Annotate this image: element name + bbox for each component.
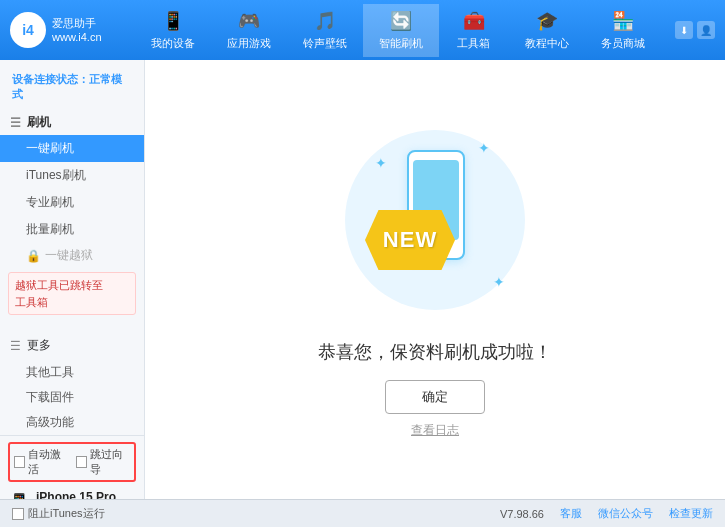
success-illustration: NEW ✦ ✦ ✦ bbox=[335, 120, 535, 320]
sidebar-item-advanced[interactable]: 高级功能 bbox=[0, 410, 144, 435]
sidebar-section-flash: ☰ 刷机 bbox=[0, 110, 144, 135]
sidebar-disabled-jailbreak: 🔒 一键越狱 bbox=[0, 243, 144, 268]
check-update-link[interactable]: 检查更新 bbox=[669, 506, 713, 521]
auto-activate-cb-box[interactable] bbox=[14, 456, 25, 468]
logo-area: i4 爱思助手 www.i4.cn bbox=[10, 12, 130, 48]
sparkle-icon-3: ✦ bbox=[493, 274, 505, 290]
device-name: iPhone 15 Pro Max bbox=[36, 490, 136, 499]
more-section-icon: ☰ bbox=[10, 339, 21, 353]
header-actions: ⬇ 👤 bbox=[675, 21, 715, 39]
footer-right: V7.98.66 客服 微信公众号 检查更新 bbox=[500, 506, 713, 521]
wechat-link[interactable]: 微信公众号 bbox=[598, 506, 653, 521]
version-label: V7.98.66 bbox=[500, 508, 544, 520]
nav-tab-toolbox[interactable]: 🧰 工具箱 bbox=[439, 4, 509, 57]
flash-section-icon: ☰ bbox=[10, 116, 21, 130]
connection-status: 设备连接状态：正常模式 bbox=[0, 68, 144, 110]
sidebar-item-other-tools[interactable]: 其他工具 bbox=[0, 360, 144, 385]
service-icon: 🏪 bbox=[612, 10, 634, 32]
itunes-checkbox[interactable]: 阻止iTunes运行 bbox=[12, 506, 105, 521]
sidebar-item-download-firmware[interactable]: 下载固件 bbox=[0, 385, 144, 410]
logo-icon: i4 bbox=[10, 12, 46, 48]
sidebar-item-pro-flash[interactable]: 专业刷机 bbox=[0, 189, 144, 216]
sparkle-icon-2: ✦ bbox=[478, 140, 490, 156]
content-area: NEW ✦ ✦ ✦ 恭喜您，保资料刷机成功啦！ 确定 查看日志 bbox=[145, 60, 725, 499]
view-log-link[interactable]: 查看日志 bbox=[411, 422, 459, 439]
sidebar-item-itunes-flash[interactable]: iTunes刷机 bbox=[0, 162, 144, 189]
sidebar-warning-jailbreak: 越狱工具已跳转至 工具箱 bbox=[8, 272, 136, 315]
nav-tab-my-device[interactable]: 📱 我的设备 bbox=[135, 4, 211, 57]
sparkle-icon-1: ✦ bbox=[375, 155, 387, 171]
logo-text: 爱思助手 www.i4.cn bbox=[52, 16, 102, 45]
download-icon[interactable]: ⬇ bbox=[675, 21, 693, 39]
nav-tab-ringtone[interactable]: 🎵 铃声壁纸 bbox=[287, 4, 363, 57]
new-badge: NEW bbox=[365, 210, 455, 270]
sidebar-bottom: 自动激活 跳过向导 📱 iPhone 15 Pro Max 512GB iPho… bbox=[0, 435, 144, 499]
device-phone-icon: 📱 bbox=[8, 492, 30, 499]
confirm-button[interactable]: 确定 bbox=[385, 380, 485, 414]
header: i4 爱思助手 www.i4.cn 📱 我的设备 🎮 应用游戏 🎵 铃声壁纸 🔄… bbox=[0, 0, 725, 60]
sidebar-item-batch-flash[interactable]: 批量刷机 bbox=[0, 216, 144, 243]
skip-guide-checkbox[interactable]: 跳过向导 bbox=[76, 447, 130, 477]
nav-tabs: 📱 我的设备 🎮 应用游戏 🎵 铃声壁纸 🔄 智能刷机 🧰 工具箱 🎓 教程中心… bbox=[130, 4, 665, 57]
nav-tab-apps-games[interactable]: 🎮 应用游戏 bbox=[211, 4, 287, 57]
smart-flash-icon: 🔄 bbox=[390, 10, 412, 32]
skip-guide-cb-box[interactable] bbox=[76, 456, 87, 468]
ringtone-icon: 🎵 bbox=[314, 10, 336, 32]
success-message: 恭喜您，保资料刷机成功啦！ bbox=[318, 340, 552, 364]
itunes-cb-box[interactable] bbox=[12, 508, 24, 520]
sidebar-section-more: ☰ 更多 bbox=[0, 331, 144, 360]
toolbox-icon: 🧰 bbox=[463, 10, 485, 32]
service-link[interactable]: 客服 bbox=[560, 506, 582, 521]
tutorial-icon: 🎓 bbox=[536, 10, 558, 32]
auto-activate-checkbox[interactable]: 自动激活 bbox=[14, 447, 68, 477]
auto-options-row: 自动激活 跳过向导 bbox=[8, 442, 136, 482]
main-layout: 设备连接状态：正常模式 ☰ 刷机 一键刷机 iTunes刷机 专业刷机 批量刷机… bbox=[0, 60, 725, 499]
device-info: iPhone 15 Pro Max 512GB iPhone bbox=[36, 490, 136, 499]
my-device-icon: 📱 bbox=[162, 10, 184, 32]
apps-games-icon: 🎮 bbox=[238, 10, 260, 32]
nav-tab-smart-flash[interactable]: 🔄 智能刷机 bbox=[363, 4, 439, 57]
nav-tab-service[interactable]: 🏪 务员商城 bbox=[585, 4, 661, 57]
sidebar-item-onekey-flash[interactable]: 一键刷机 bbox=[0, 135, 144, 162]
sidebar: 设备连接状态：正常模式 ☰ 刷机 一键刷机 iTunes刷机 专业刷机 批量刷机… bbox=[0, 60, 145, 499]
device-entry: 📱 iPhone 15 Pro Max 512GB iPhone bbox=[8, 486, 136, 499]
nav-tab-tutorial[interactable]: 🎓 教程中心 bbox=[509, 4, 585, 57]
footer: 阻止iTunes运行 V7.98.66 客服 微信公众号 检查更新 bbox=[0, 499, 725, 527]
user-icon[interactable]: 👤 bbox=[697, 21, 715, 39]
